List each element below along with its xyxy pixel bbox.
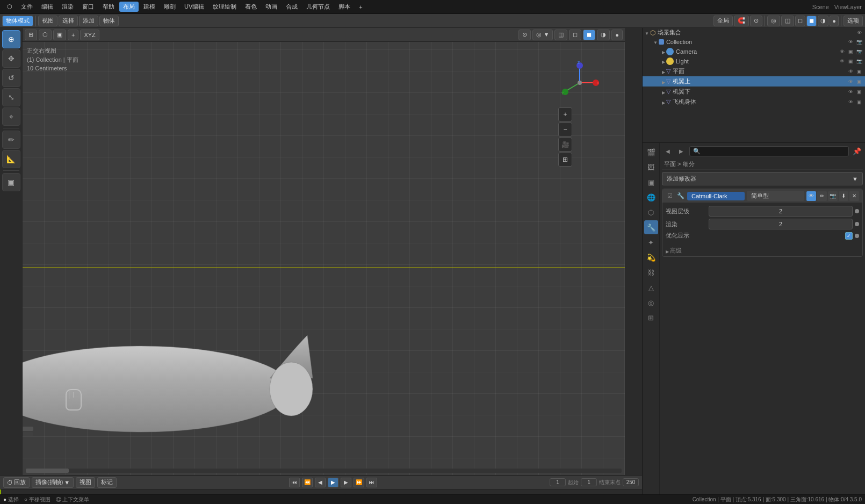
light-visibility[interactable]: 👁	[838, 57, 846, 65]
rendered-btn[interactable]: ●	[830, 16, 839, 26]
menu-layout[interactable]: 布局	[119, 2, 139, 12]
timeline-interpolation-btn[interactable]: 插像(插帧) ▼	[32, 477, 74, 488]
timeline-mode-btn[interactable]: ⏱ 回放	[3, 477, 30, 488]
viewport-header-addobj[interactable]: +	[68, 30, 78, 40]
tool-scale[interactable]: ⤡	[2, 88, 20, 106]
viewport-header-xyz[interactable]: XYZ	[80, 30, 99, 40]
wing-bottom-visibility[interactable]: 👁	[847, 88, 854, 96]
tl-end-frame[interactable]: 250	[623, 478, 639, 486]
snapping-btn[interactable]: 🧲	[734, 16, 749, 26]
camera-view-btn[interactable]: 🎥	[558, 138, 572, 152]
menu-geometry-nodes[interactable]: 几何节点	[302, 2, 334, 12]
timeline-view-btn[interactable]: 视图	[76, 477, 95, 488]
viewport-header-rendered[interactable]: ●	[611, 30, 623, 40]
viewport-hscrollbar-thumb[interactable]	[26, 469, 69, 473]
prop-search-input[interactable]: 🔍	[689, 146, 849, 156]
tool-rotate[interactable]: ↺	[2, 69, 20, 87]
collection-render[interactable]: 📷	[855, 38, 863, 46]
menu-file[interactable]: 文件	[17, 2, 37, 12]
prop-nav-back[interactable]: ◀	[662, 145, 674, 157]
outliner-camera-item[interactable]: Camera 👁 ▣ 📷	[643, 47, 865, 56]
xray-btn[interactable]: ◫	[781, 16, 794, 26]
menu-window[interactable]: 窗口	[78, 2, 98, 12]
light-render[interactable]: 📷	[855, 57, 863, 65]
prop-object-icon[interactable]: ⬡	[644, 205, 658, 219]
outliner-wing-top-item[interactable]: ▽ 机翼上 👁 ▣	[643, 76, 865, 87]
prop-world-icon[interactable]: 🌐	[644, 190, 658, 204]
viewport-header-mode[interactable]: ⬡	[39, 30, 52, 40]
tool-add-cube[interactable]: ▣	[2, 173, 20, 191]
prop-nav-fwd[interactable]: ▶	[675, 145, 687, 157]
tl-next-keyframe[interactable]: ▶	[341, 478, 351, 487]
zoom-in-btn[interactable]: +	[558, 107, 572, 121]
select-menu[interactable]: 选择	[59, 16, 78, 26]
mod-close-icon[interactable]: ✕	[849, 191, 859, 201]
camera-render[interactable]: 📷	[855, 48, 863, 55]
outliner-collection-item[interactable]: Collection 👁 📷	[643, 37, 865, 47]
fuselage-select[interactable]: ▣	[855, 98, 863, 106]
mod-levels-value[interactable]: 2	[709, 206, 853, 217]
modifier-advanced-section[interactable]: 高级	[662, 245, 862, 256]
transform-orientation[interactable]: 全局	[713, 16, 733, 26]
outliner-fuselage-item[interactable]: ▽ 飞机身体 👁 ▣	[643, 97, 865, 107]
modifier-visibility-toggle[interactable]: ☑	[666, 192, 674, 200]
tool-measure[interactable]: 📐	[2, 150, 20, 168]
prop-material-icon[interactable]: ◎	[644, 296, 658, 309]
tl-play[interactable]: ▶	[328, 478, 338, 487]
scene-visibility[interactable]: 👁	[855, 29, 863, 37]
mod-realtime-icon[interactable]: 👁	[806, 191, 816, 201]
viewport-header-matprev[interactable]: ◑	[597, 30, 610, 40]
object-menu[interactable]: 物体	[99, 16, 119, 26]
outliner-wing-bottom-item[interactable]: ▽ 机翼下 👁 ▣	[643, 87, 865, 97]
overlay-btn[interactable]: ◎	[767, 16, 780, 26]
modifier-name[interactable]: Catmull-Clark	[687, 192, 745, 200]
tl-step-back[interactable]: ⏪	[302, 478, 313, 487]
menu-sculpting[interactable]: 雕刻	[160, 2, 179, 12]
outliner-scene-collection[interactable]: ⬡ 场景集合 👁	[643, 28, 865, 37]
menu-render[interactable]: 渲染	[58, 2, 77, 12]
prop-scene-props-icon[interactable]: ▣	[644, 175, 658, 189]
solid-btn[interactable]: ◼	[806, 16, 817, 26]
menu-modeling[interactable]: 建模	[140, 2, 159, 12]
wing-top-select[interactable]: ▣	[855, 78, 863, 85]
modifier-wrench-icon[interactable]: 🔧	[676, 192, 685, 200]
menu-animation[interactable]: 动画	[262, 2, 281, 12]
wing-bottom-select[interactable]: ▣	[855, 88, 863, 96]
mod-editmode-icon[interactable]: ✏	[817, 191, 827, 201]
prop-physics-icon[interactable]: 💫	[644, 250, 658, 264]
modifier-type[interactable]: 简单型	[747, 191, 804, 201]
mod-more-icon[interactable]: ⬇	[839, 191, 848, 201]
menu-scripting[interactable]: 脚本	[335, 2, 354, 12]
collection-visibility[interactable]: 👁	[847, 38, 854, 46]
prop-particle-icon[interactable]: ✦	[644, 235, 658, 249]
tool-annotate[interactable]: ✏	[2, 131, 20, 149]
camera-select[interactable]: ▣	[847, 48, 854, 55]
wing-top-visibility[interactable]: 👁	[847, 78, 854, 85]
tl-current-frame[interactable]: 1	[550, 478, 566, 486]
mod-render-icon[interactable]: 📷	[828, 191, 838, 201]
tl-step-forward[interactable]: ⏩	[354, 478, 364, 487]
menu-help[interactable]: 帮助	[99, 2, 118, 12]
mod-render-value[interactable]: 2	[709, 219, 853, 229]
prop-constraint-icon[interactable]: ⛓	[644, 265, 658, 279]
view-menu[interactable]: 视图	[38, 16, 57, 26]
grid-view-btn[interactable]: ⊞	[558, 153, 572, 167]
viewport-header-overlay[interactable]: ◎ ▼	[532, 30, 553, 40]
mode-selector[interactable]: 物体模式	[2, 16, 33, 26]
viewport-header-wire[interactable]: ◻	[569, 30, 581, 40]
mod-optimize-checkbox[interactable]: ✓	[845, 232, 853, 240]
plane-visibility[interactable]: 👁	[847, 68, 854, 75]
menu-edit[interactable]: 编辑	[38, 2, 57, 12]
light-select[interactable]: ▣	[847, 57, 854, 65]
wireframe-btn[interactable]: ◻	[795, 16, 805, 26]
viewport-header-local[interactable]: ⊙	[518, 30, 531, 40]
material-preview-btn[interactable]: ◑	[818, 16, 828, 26]
tool-move[interactable]: ✥	[2, 49, 20, 68]
blender-logo[interactable]: ⬡	[3, 2, 16, 11]
options-btn[interactable]: 选项	[844, 16, 863, 26]
viewport-header-xray[interactable]: ◫	[554, 30, 567, 40]
tl-jump-start[interactable]: ⏮	[289, 478, 300, 487]
viewport-header-solid[interactable]: ◼	[583, 30, 595, 40]
menu-shading[interactable]: 着色	[241, 2, 261, 12]
viewport-header-snap[interactable]: ⊞	[25, 30, 37, 40]
